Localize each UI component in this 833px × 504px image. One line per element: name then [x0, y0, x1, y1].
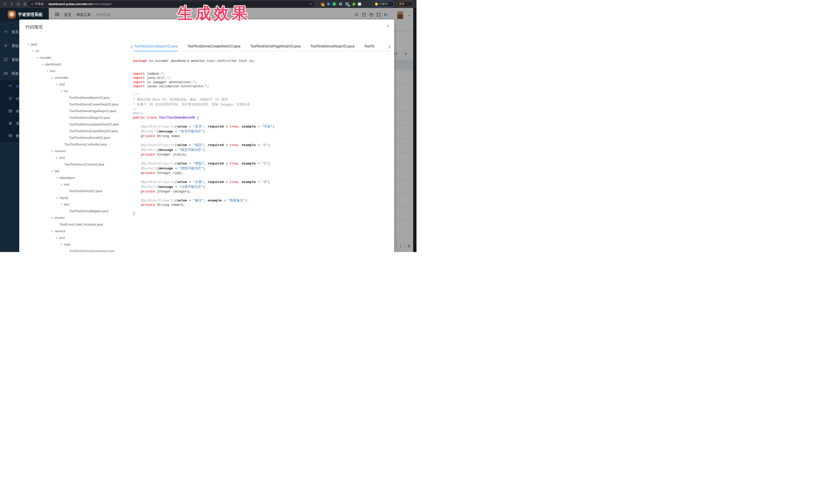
- tree-node-label: dashboard: [45, 61, 61, 68]
- caret-down-icon[interactable]: [32, 51, 34, 52]
- caret-down-icon[interactable]: [51, 77, 53, 78]
- update-button[interactable]: 更新 ⋮: [397, 1, 413, 7]
- dashboard-icon: [4, 30, 8, 34]
- caret-down-icon[interactable]: [61, 91, 63, 92]
- tree-folder[interactable]: test: [19, 81, 127, 88]
- tree-folder[interactable]: test: [19, 154, 127, 161]
- tree-node-label: test: [64, 201, 70, 208]
- tree-file[interactable]: ToolTestDemoController.java: [19, 141, 127, 148]
- reload-icon[interactable]: [16, 0, 21, 8]
- tree-folder[interactable]: dashboard: [19, 61, 127, 68]
- tree-file[interactable]: ToolTestDemoExportReqVO.java: [19, 128, 127, 135]
- tree-file[interactable]: ToolTestDemoExcelVO.java: [19, 135, 127, 141]
- close-icon[interactable]: ✕: [386, 23, 390, 29]
- sliders-icon: [8, 121, 12, 125]
- insecure-label: 不安全: [34, 2, 44, 6]
- caret-down-icon[interactable]: [51, 151, 53, 152]
- tree-file[interactable]: ToolTestDemoServiceImpl.java: [19, 248, 127, 252]
- caret-down-icon[interactable]: [56, 157, 58, 159]
- tree-folder[interactable]: service: [19, 228, 127, 235]
- tree-folder[interactable]: mysql: [19, 194, 127, 201]
- tree-node-label: vo: [64, 88, 68, 94]
- tabs-list: ToolTestDemoBaseVO.javaToolTestDemoCreat…: [134, 42, 387, 51]
- caret-down-icon[interactable]: [56, 177, 58, 178]
- dialog-title: 代码预览: [25, 24, 43, 30]
- address-bar[interactable]: ⚠ 不安全 dashboard.yudao.iocoder.cn /tool/c…: [28, 1, 315, 7]
- tree-file[interactable]: ToolTestDemoUpdateReqVO.java: [19, 121, 127, 128]
- tree-folder[interactable]: enums: [19, 215, 127, 221]
- extension-leaf-icon[interactable]: [352, 2, 356, 6]
- tree-folder[interactable]: convert: [19, 148, 127, 154]
- caret-down-icon[interactable]: [51, 231, 53, 232]
- tree-folder[interactable]: test: [19, 181, 127, 188]
- grid-icon: [8, 109, 12, 113]
- tree-node-label: mysql: [60, 194, 68, 201]
- bookmark-star-icon[interactable]: ☆: [309, 2, 312, 6]
- file-tab[interactable]: ToolTestDemoPageReqVO.java: [250, 42, 301, 51]
- caret-down-icon[interactable]: [37, 57, 39, 58]
- extension-puzzle-icon[interactable]: [357, 2, 362, 6]
- caret-down-icon[interactable]: [56, 197, 58, 199]
- tree-node-label: ToolTestDemoServiceImpl.java: [69, 248, 115, 252]
- tree-folder[interactable]: java: [19, 41, 127, 48]
- extension-list-icon[interactable]: on: [345, 2, 349, 6]
- tree-folder[interactable]: iocoder: [19, 54, 127, 61]
- tree-folder[interactable]: test: [19, 235, 127, 241]
- tree-file[interactable]: ToolTestDemoCreateReqVO.java: [19, 101, 127, 108]
- tree-folder[interactable]: dataobject: [19, 174, 127, 181]
- tree-folder[interactable]: tool: [19, 68, 127, 74]
- caret-down-icon[interactable]: [61, 184, 63, 185]
- tabs-scroll-right-icon[interactable]: ❯: [387, 42, 391, 51]
- caret-down-icon[interactable]: [27, 44, 29, 45]
- file-tree[interactable]: javacniocoderdashboardtoolcontrollertest…: [19, 41, 127, 252]
- tree-folder[interactable]: dal: [19, 168, 127, 174]
- code-icon: </>: [8, 85, 12, 88]
- caret-down-icon[interactable]: [56, 237, 58, 239]
- paused-badge[interactable]: 已暂停: [373, 1, 394, 7]
- tree-file[interactable]: ToolErrorCodeConstants.java: [19, 221, 127, 228]
- file-tab[interactable]: ToolTestDemoCreateReqVO.java: [187, 42, 240, 51]
- forward-icon[interactable]: [9, 0, 15, 8]
- caret-down-icon[interactable]: [51, 171, 53, 172]
- caret-down-icon[interactable]: [51, 217, 53, 219]
- update-label: 更新: [399, 2, 405, 6]
- code-pane[interactable]: package cn.iocoder.dashboard.modules.too…: [129, 51, 394, 252]
- file-tab[interactable]: ToolTe: [364, 42, 375, 51]
- caret-down-icon[interactable]: [61, 204, 63, 205]
- tree-node-label: ToolTestDemoPageReqVO.java: [69, 108, 116, 115]
- tabs-scroll-left-icon[interactable]: ❮: [129, 42, 134, 51]
- tree-node-label: ToolTestDemoBaseVO.java: [69, 94, 110, 101]
- file-tab[interactable]: ToolTestDemoRespVO.java: [310, 42, 354, 51]
- extension-squares-icon[interactable]: [338, 2, 343, 6]
- annotation-text: 生成效果: [177, 3, 250, 24]
- url-host: dashboard.yudao.iocoder.cn: [48, 2, 92, 6]
- tree-folder[interactable]: vo: [19, 88, 127, 94]
- caret-down-icon[interactable]: [56, 84, 58, 85]
- paused-label: 已暂停: [379, 2, 388, 6]
- tree-file[interactable]: ToolTestDemoBaseVO.java: [19, 94, 127, 101]
- browser-scrollbar[interactable]: [413, 8, 416, 252]
- tree-folder[interactable]: test: [19, 201, 127, 208]
- tree-folder[interactable]: cn: [19, 48, 127, 54]
- extension-gem-icon[interactable]: [326, 2, 331, 6]
- tree-folder[interactable]: controller: [19, 74, 127, 81]
- tree-file[interactable]: ToolTestDemoMapper.java: [19, 208, 127, 215]
- kebab-menu-icon[interactable]: ⋮: [406, 2, 410, 6]
- gear-icon: [4, 44, 8, 48]
- tree-file[interactable]: ToolTestDemoRespVO.java: [19, 115, 127, 121]
- tree-file[interactable]: ToolTestDemoDO.java: [19, 188, 127, 194]
- extension-y-icon[interactable]: y: [332, 2, 336, 6]
- tree-node-label: java: [31, 41, 37, 48]
- tree-node-label: impl: [64, 241, 70, 248]
- tree-file[interactable]: ToolTestDemoPageReqVO.java: [19, 108, 127, 115]
- caret-down-icon[interactable]: [61, 244, 63, 245]
- tree-folder[interactable]: impl: [19, 241, 127, 248]
- caret-down-icon[interactable]: [42, 64, 44, 65]
- back-icon[interactable]: [2, 0, 8, 8]
- extension-ubuntu-icon[interactable]: 1: [320, 2, 324, 6]
- home-icon[interactable]: [22, 0, 28, 8]
- caret-down-icon[interactable]: [46, 71, 48, 72]
- file-tab[interactable]: ToolTestDemoBaseVO.java: [134, 42, 177, 51]
- tree-file[interactable]: ToolTestDemoConvert.java: [19, 161, 127, 168]
- tree-node-label: enums: [55, 215, 65, 221]
